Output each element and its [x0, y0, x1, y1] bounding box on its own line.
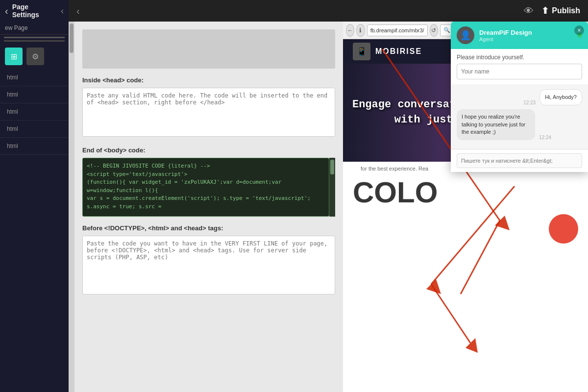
sidebar-icon-row: ⊞ ⚙ [0, 44, 69, 69]
code-line-3: (function(){ var widget_id = 'zxPolUKAXJ… [87, 178, 325, 187]
topbar: ‹ 👁 ⬆ Publish [69, 0, 588, 22]
code-line-1: <!-- BEGIN JIVOSITE CODE {literal} --> [87, 162, 325, 171]
code-line-4: w=window;function l(){ [87, 187, 325, 195]
page-icon-button[interactable]: ⊞ [5, 48, 23, 65]
code-line-6: s.async = true; s.src = [87, 203, 325, 211]
chat-agent-name: DreamPiF Design [479, 29, 572, 36]
top-placeholder [82, 29, 335, 69]
chat-agent-role: Agent [479, 36, 572, 42]
sidebar-item-3[interactable]: html [0, 103, 69, 121]
publish-button[interactable]: ⬆ Publish [541, 5, 580, 16]
page-divider2 [4, 40, 65, 42]
chat-text-input[interactable] [457, 153, 582, 168]
body-code-area: <!-- BEGIN JIVOSITE CODE {literal} --> <… [82, 158, 335, 217]
chat-bubble-outgoing-1: Hi, Anybody? [539, 89, 582, 105]
sidebar-items: html html html html html [0, 69, 69, 392]
scrollbar-handle [70, 24, 74, 53]
topbar-chevron-icon: ‹ [76, 5, 80, 17]
doctype-code-title: Before <!DOCTYPE>, <html> and <head> tag… [82, 224, 335, 232]
website-circle-container [343, 214, 588, 244]
head-code-section: Inside <head> code: [82, 76, 335, 139]
website-logo: 📱 MOBIRISE [353, 43, 422, 60]
back-button[interactable]: ‹ [5, 5, 8, 17]
chat-avatar: 👤 [457, 26, 474, 44]
topbar-right: 👁 ⬆ Publish [524, 5, 580, 17]
page-settings-panel: Inside <head> code: End of <body> code: … [69, 22, 343, 392]
browser-reload-icon: ↺ [431, 27, 436, 34]
svg-marker-6 [466, 338, 478, 353]
sidebar-close-icon: ‹ [61, 6, 64, 16]
head-code-textarea[interactable] [82, 88, 335, 137]
topbar-left: ‹ [76, 5, 80, 17]
page-settings-scrollbar[interactable] [69, 22, 74, 392]
head-code-title: Inside <head> code: [82, 76, 335, 84]
mobile-icon: 📱 [356, 46, 367, 57]
eye-icon[interactable]: 👁 [524, 5, 534, 17]
body-code-title: End of <body> code: [82, 147, 335, 154]
chat-msg-text-2: I hope you realize you're talking to you… [462, 114, 525, 135]
chat-bubble-incoming-1: I hope you realize you're talking to you… [457, 109, 535, 140]
publish-label: Publish [552, 6, 580, 15]
sidebar-item-4[interactable]: html [0, 121, 69, 138]
doctype-code-textarea[interactable] [82, 236, 335, 294]
chat-input-area [451, 149, 588, 172]
code-line-2: <script type='text/javascript'> [87, 171, 325, 179]
sidebar-item-1[interactable]: html [0, 69, 69, 86]
sidebar-header: ‹ Page Settings ‹ [0, 0, 69, 22]
sidebar-title: Page Settings [12, 3, 57, 19]
chat-close-button[interactable]: × [574, 25, 584, 35]
website-colo-text: COLO [343, 175, 588, 209]
website-logo-icon: 📱 [353, 43, 370, 60]
sidebar-item-2[interactable]: html [0, 86, 69, 103]
page-settings-content: Inside <head> code: End of <body> code: … [74, 22, 343, 312]
close-icon: × [577, 27, 581, 34]
browser-search-icon: 🔍 [443, 27, 450, 33]
page-label: ew Page [0, 22, 69, 35]
body-code-section: End of <body> code: <!-- BEGIN JIVOSITE … [82, 147, 335, 217]
chat-agent-info: DreamPiF Design Agent [479, 29, 572, 42]
body-code-block[interactable]: <!-- BEGIN JIVOSITE CODE {literal} --> <… [82, 158, 329, 217]
page-divider [4, 37, 65, 38]
svg-line-3 [431, 284, 470, 343]
gear-icon: ⚙ [32, 52, 39, 61]
chat-message-row-2: I hope you realize you're talking to you… [457, 109, 582, 140]
chat-name-input[interactable] [457, 64, 582, 79]
chat-time-2: 12:24 [539, 135, 551, 140]
doctype-code-section: Before <!DOCTYPE>, <html> and <head> tag… [82, 224, 335, 296]
code-line-5: var s = document.createElement('script')… [87, 195, 325, 203]
browser-info-button[interactable]: ℹ [356, 24, 365, 37]
website-logo-text: MOBIRISE [375, 47, 422, 56]
chat-intro-text: Please introduce yourself. [451, 49, 588, 64]
chat-message-row-1: 12:23 Hi, Anybody? [457, 89, 582, 105]
upload-icon: ⬆ [541, 5, 549, 16]
svg-marker-5 [426, 279, 441, 294]
browser-back-icon: ← [347, 27, 353, 34]
sidebar: ‹ Page Settings ‹ ew Page ⊞ ⚙ html html … [0, 0, 69, 392]
browser-url-bar[interactable]: fb.dreampif.com/mbr3/ [367, 24, 428, 36]
code-scrollbar[interactable] [329, 158, 335, 217]
browser-info-icon: ℹ [359, 27, 362, 34]
website-circle [549, 214, 578, 244]
chat-time-1: 12:23 [523, 100, 536, 105]
sidebar-item-5[interactable]: html [0, 138, 69, 155]
code-scrollbar-handle [330, 160, 334, 174]
avatar-icon: 👤 [460, 30, 471, 41]
browser-reload-button[interactable]: ↺ [430, 24, 438, 37]
chat-header: 👤 DreamPiF Design Agent [451, 22, 588, 49]
settings-icon-button[interactable]: ⚙ [26, 48, 44, 65]
chat-widget: 👤 DreamPiF Design Agent × Please introdu… [451, 22, 588, 172]
chat-messages: 12:23 Hi, Anybody? I hope you realize yo… [451, 84, 588, 149]
page-icon: ⊞ [11, 52, 17, 61]
browser-back-button[interactable]: ← [346, 24, 354, 37]
chat-msg-text-1: Hi, Anybody? [545, 94, 577, 100]
browser-url-text: fb.dreampif.com/mbr3/ [370, 27, 424, 33]
